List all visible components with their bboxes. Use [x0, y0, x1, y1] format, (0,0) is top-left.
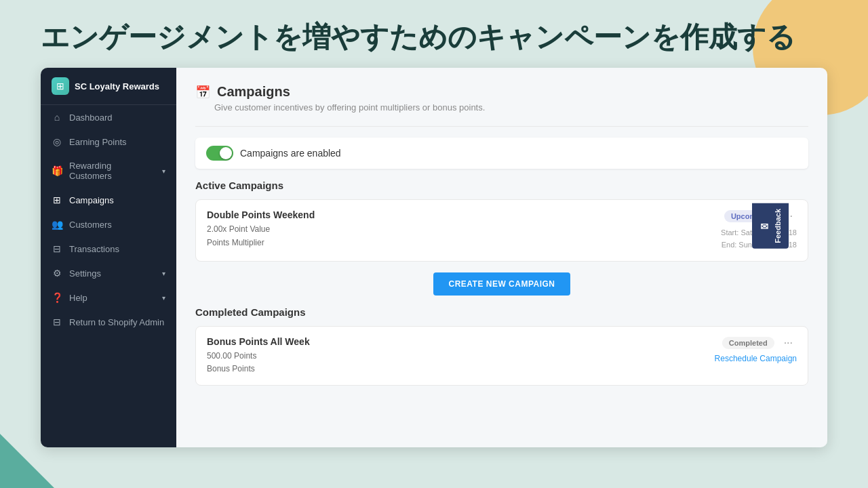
- banner-title: エンゲージメントを増やすためのキャンペーンを作成する: [41, 20, 827, 54]
- help-label: Help: [69, 293, 155, 303]
- earning-points-label: Earning Points: [69, 137, 165, 147]
- sidebar-item-settings[interactable]: ⚙ Settings ▾: [41, 261, 176, 285]
- page-title: Campaigns: [217, 84, 290, 100]
- sidebar-item-earning-points[interactable]: ◎ Earning Points: [41, 129, 176, 154]
- settings-chevron-icon: ▾: [162, 270, 165, 277]
- dashboard-label: Dashboard: [69, 113, 165, 123]
- sidebar-item-help[interactable]: ❓ Help ▾: [41, 285, 176, 310]
- reschedule-campaign-link[interactable]: Reschedule Campaign: [715, 354, 797, 363]
- campaign-info: Double Points Weekend 2.00x Point Value …: [207, 209, 315, 249]
- completed-campaign-info: Bonus Points All Week 500.00 Points Bonu…: [207, 336, 310, 375]
- active-campaigns-section: Active Campaigns Double Points Weekend 2…: [195, 180, 808, 261]
- toggle-label: Campaigns are enabled: [240, 148, 341, 159]
- completed-campaign-detail-line2: Bonus Points: [207, 363, 310, 375]
- main-wrapper: ⊞ SC Loyalty Rewards ⌂ Dashboard ◎ Earni…: [41, 68, 827, 447]
- header-banner: エンゲージメントを増やすためのキャンペーンを作成する: [0, 0, 868, 68]
- completed-campaigns-section: Completed Campaigns Bonus Points All Wee…: [195, 306, 808, 386]
- campaign-name: Double Points Weekend: [207, 209, 315, 220]
- earning-points-icon: ◎: [52, 136, 62, 147]
- sidebar-item-return-shopify[interactable]: ⊟ Return to Shopify Admin: [41, 310, 176, 334]
- completed-status-row: Completed ···: [722, 336, 797, 350]
- completed-campaign-right: Completed ··· Reschedule Campaign: [715, 336, 797, 363]
- campaigns-label: Campaigns: [69, 195, 165, 205]
- sidebar-item-customers[interactable]: 👥 Customers: [41, 212, 176, 237]
- campaign-card-bonus-points: Bonus Points All Week 500.00 Points Bonu…: [195, 326, 808, 386]
- help-icon: ❓: [52, 292, 62, 303]
- campaign-card-double-points: Double Points Weekend 2.00x Point Value …: [195, 199, 808, 261]
- customers-icon: 👥: [52, 219, 62, 230]
- feedback-wrapper: Feedback ✉: [752, 203, 789, 249]
- help-chevron-icon: ▾: [162, 294, 165, 302]
- transactions-label: Transactions: [69, 244, 165, 254]
- header-divider: [195, 126, 808, 127]
- dashboard-icon: ⌂: [52, 112, 62, 123]
- return-shopify-label: Return to Shopify Admin: [69, 317, 165, 327]
- campaigns-page-icon: 📅: [195, 85, 210, 100]
- completed-campaign-detail-line1: 500.00 Points: [207, 350, 310, 363]
- completed-campaign-more-button[interactable]: ···: [780, 336, 797, 350]
- rewarding-customers-icon: 🎁: [52, 165, 62, 176]
- page-header: 📅 Campaigns Give customer incentives by …: [195, 84, 808, 113]
- sidebar-item-dashboard[interactable]: ⌂ Dashboard: [41, 105, 176, 129]
- page-subtitle: Give customer incentives by offering poi…: [214, 102, 808, 113]
- sidebar-logo: ⊞ SC Loyalty Rewards: [41, 68, 176, 105]
- settings-label: Settings: [69, 268, 155, 279]
- campaigns-toggle[interactable]: [206, 146, 233, 161]
- page-title-row: 📅 Campaigns: [195, 84, 808, 100]
- feedback-button[interactable]: Feedback ✉: [752, 203, 789, 249]
- feedback-icon: ✉: [759, 221, 770, 232]
- active-campaigns-heading: Active Campaigns: [195, 180, 808, 191]
- customers-label: Customers: [69, 220, 165, 230]
- rewarding-customers-label: Rewarding Customers: [69, 161, 155, 181]
- sidebar: ⊞ SC Loyalty Rewards ⌂ Dashboard ◎ Earni…: [41, 68, 176, 447]
- sidebar-item-transactions[interactable]: ⊟ Transactions: [41, 237, 176, 261]
- feedback-label: Feedback: [774, 209, 782, 243]
- completed-campaign-name: Bonus Points All Week: [207, 336, 310, 347]
- rewarding-customers-chevron-icon: ▾: [162, 167, 165, 175]
- toggle-row: Campaigns are enabled: [195, 138, 808, 169]
- status-badge-completed: Completed: [722, 337, 774, 349]
- settings-icon: ⚙: [52, 268, 62, 279]
- app-name: SC Loyalty Rewards: [75, 81, 159, 92]
- campaign-detail-line2: Points Multiplier: [207, 237, 315, 249]
- campaigns-icon: ⊞: [52, 195, 62, 205]
- campaign-detail-line1: 2.00x Point Value: [207, 223, 315, 236]
- sidebar-item-campaigns[interactable]: ⊞ Campaigns: [41, 188, 176, 212]
- sidebar-item-rewarding-customers[interactable]: 🎁 Rewarding Customers ▾: [41, 154, 176, 188]
- completed-campaigns-heading: Completed Campaigns: [195, 306, 808, 318]
- content-area: 📅 Campaigns Give customer incentives by …: [176, 68, 827, 447]
- transactions-icon: ⊟: [52, 243, 62, 254]
- app-logo-icon: ⊞: [52, 77, 69, 95]
- create-btn-row: CREATE NEW CAMPAIGN: [195, 272, 808, 296]
- create-campaign-button[interactable]: CREATE NEW CAMPAIGN: [433, 272, 570, 296]
- return-shopify-icon: ⊟: [52, 317, 62, 327]
